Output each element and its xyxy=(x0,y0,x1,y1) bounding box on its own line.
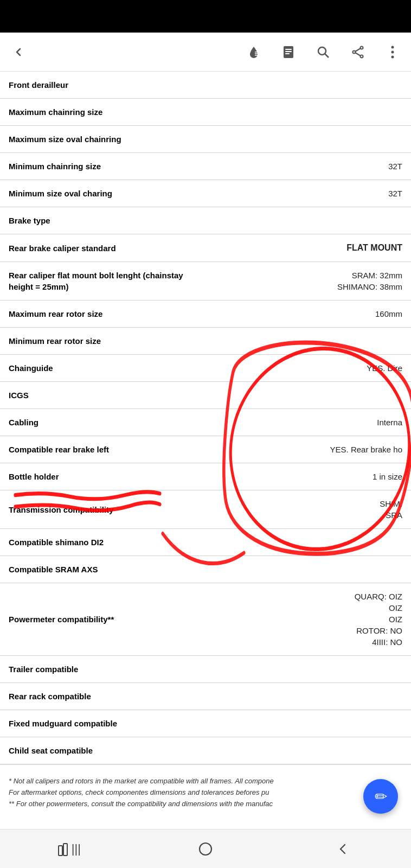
svg-point-11 xyxy=(353,50,356,53)
row-value: 1 in size xyxy=(214,463,411,490)
row-value-bolt-length: SRAM: 32mm SHIMANO: 38mm xyxy=(214,262,411,301)
table-row: Brake type xyxy=(0,207,411,234)
recent-apps-button[interactable]: ||| xyxy=(52,838,85,860)
row-label: Powermeter compatibility** xyxy=(0,583,214,656)
svg-line-13 xyxy=(355,53,360,56)
table-row-flat-mount: Rear brake caliper standard FLAT MOUNT xyxy=(0,234,411,262)
row-label: Minimum size oval charing xyxy=(0,180,214,207)
row-value: Interna xyxy=(214,409,411,436)
table-row: Bottle holder 1 in size xyxy=(0,463,411,490)
table-row: Fixed mudguard compatible xyxy=(0,710,411,737)
row-label: Compatible SRAM AXS xyxy=(0,556,214,583)
home-button[interactable] xyxy=(189,838,222,860)
footnote-line-1: * Not all calipers and rotors in the mar… xyxy=(9,776,402,787)
table-row: Maximum size oval chainring xyxy=(0,126,411,153)
table-row: Minimum rear rotor size xyxy=(0,328,411,355)
row-value: 32T xyxy=(214,180,411,207)
share-icon[interactable] xyxy=(348,42,368,62)
table-row: Minimum chainring size 32T xyxy=(0,153,411,180)
row-value-powermeter: QUARQ: OIZ OIZ OIZ ROTOR: NO 4IIII: NO xyxy=(214,583,411,656)
row-label: Rear caliper flat mount bolt lenght (cha… xyxy=(0,262,214,301)
row-value xyxy=(214,328,411,355)
svg-line-12 xyxy=(355,48,360,52)
sram-compat: SRA xyxy=(222,509,402,521)
back-nav-button[interactable] xyxy=(326,838,359,860)
table-row: ICGS xyxy=(0,382,411,409)
footnote-line-3: ** For other powermeters, consult the co… xyxy=(9,799,402,810)
row-value: YES. Rear brake ho xyxy=(214,436,411,463)
row-label: Rear brake caliper standard xyxy=(0,234,214,262)
spec-table: Front derailleur Maximum chainring size … xyxy=(0,72,411,764)
nav-bar: ||| xyxy=(0,829,411,868)
row-label: Fixed mudguard compatible xyxy=(0,710,214,737)
more-icon[interactable] xyxy=(383,42,402,62)
svg-point-10 xyxy=(361,55,363,58)
row-value xyxy=(214,737,411,764)
oiz-value-2: OIZ xyxy=(222,614,402,625)
table-row-powermeter: Powermeter compatibility** QUARQ: OIZ OI… xyxy=(0,583,411,656)
row-label: Child seat compatible xyxy=(0,737,214,764)
row-value xyxy=(214,710,411,737)
table-row-bolt-length: Rear caliper flat mount bolt lenght (cha… xyxy=(0,262,411,301)
svg-point-14 xyxy=(391,46,394,48)
table-row: Child seat compatible xyxy=(0,737,411,764)
table-row: Trailer compatible xyxy=(0,656,411,683)
row-value xyxy=(214,72,411,99)
svg-rect-4 xyxy=(285,49,292,50)
row-label: Compatible shimano DI2 xyxy=(0,529,214,556)
row-label: Trailer compatible xyxy=(0,656,214,683)
back-button[interactable] xyxy=(9,42,28,62)
table-row: Minimum size oval charing 32T xyxy=(0,180,411,207)
svg-line-8 xyxy=(325,54,329,58)
svg-rect-21 xyxy=(200,843,211,855)
row-label: ICGS xyxy=(0,382,214,409)
row-value xyxy=(214,529,411,556)
table-row-transmission: Transmission compatibility SHIM. SRA xyxy=(0,490,411,529)
fab-edit-button[interactable]: ✏ xyxy=(363,779,398,814)
row-label: Transmission compatibility xyxy=(0,490,214,529)
search-icon[interactable] xyxy=(313,42,333,62)
oiz-value-1: OIZ xyxy=(222,602,402,614)
status-bar xyxy=(0,0,411,33)
row-value xyxy=(214,556,411,583)
toolbar xyxy=(0,33,411,72)
footnotes: * Not all calipers and rotors in the mar… xyxy=(0,764,411,818)
spec-table-wrapper: Front derailleur Maximum chainring size … xyxy=(0,72,411,764)
row-label: Cabling xyxy=(0,409,214,436)
row-value xyxy=(214,99,411,126)
shimano-compat: SHIM. xyxy=(222,498,402,509)
shimano-value: SHIMANO: 38mm xyxy=(222,281,402,292)
table-row: Cabling Interna xyxy=(0,409,411,436)
row-label: Front derailleur xyxy=(0,72,214,99)
row-label: Minimum chainring size xyxy=(0,153,214,180)
sram-value: SRAM: 32mm xyxy=(222,270,402,281)
table-row: Rear rack compatible xyxy=(0,683,411,710)
row-label: Minimum rear rotor size xyxy=(0,328,214,355)
footnote-line-2: For aftermarket options, check component… xyxy=(9,787,402,799)
svg-point-16 xyxy=(391,55,394,58)
table-row: Maximum chainring size xyxy=(0,99,411,126)
row-label: Brake type xyxy=(0,207,214,234)
pencil-icon: ✏ xyxy=(375,788,387,806)
row-label: Maximum size oval chainring xyxy=(0,126,214,153)
page-icon[interactable] xyxy=(279,42,298,62)
svg-point-7 xyxy=(318,47,326,55)
droplet-list-icon[interactable] xyxy=(244,42,264,62)
row-value xyxy=(214,382,411,409)
table-row: Compatible rear brake left YES. Rear bra… xyxy=(0,436,411,463)
svg-rect-19 xyxy=(63,844,67,856)
row-value: 32T xyxy=(214,153,411,180)
table-row: Front derailleur xyxy=(0,72,411,99)
table-row: Compatible SRAM AXS xyxy=(0,556,411,583)
row-value-transmission: SHIM. SRA xyxy=(214,490,411,529)
row-value xyxy=(214,683,411,710)
row-label-rotor-max: Maximum rear rotor size xyxy=(0,301,214,328)
row-value-flat-mount: FLAT MOUNT xyxy=(214,234,411,262)
row-label: Maximum chainring size xyxy=(0,99,214,126)
quarq-value: QUARQ: OIZ xyxy=(222,591,402,602)
svg-point-15 xyxy=(391,50,394,53)
svg-point-9 xyxy=(361,46,363,49)
row-value: YES. Dire xyxy=(214,355,411,382)
svg-rect-18 xyxy=(59,846,62,856)
row-label: Chainguide xyxy=(0,355,214,382)
